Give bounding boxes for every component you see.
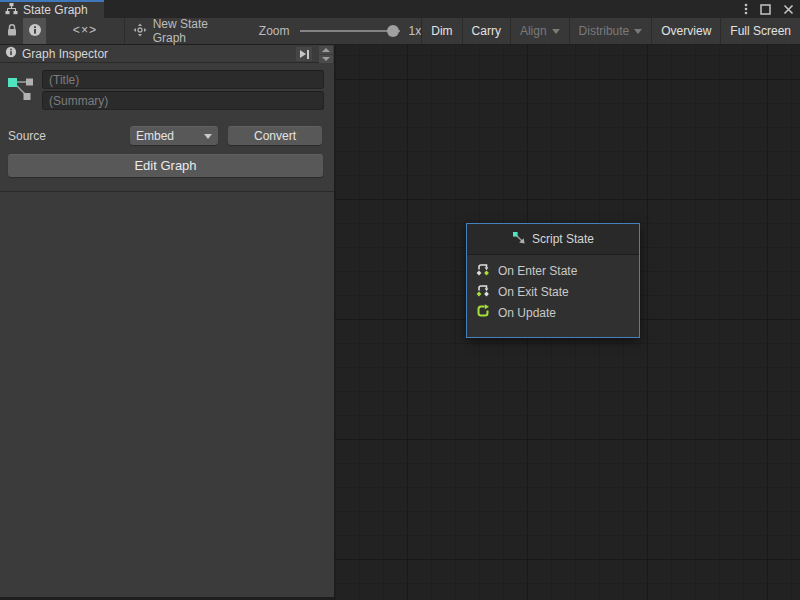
script-graph-icon — [512, 231, 526, 248]
new-state-graph-button[interactable]: New State Graph — [125, 18, 253, 44]
distribute-label: Distribute — [579, 24, 630, 38]
carry-button[interactable]: Carry — [462, 18, 510, 44]
graph-canvas[interactable]: Script State On Enter State — [335, 45, 800, 600]
zoom-value: 1x — [409, 24, 422, 38]
new-state-graph-label: New State Graph — [153, 17, 241, 45]
tab-label: State Graph — [23, 3, 88, 17]
source-dropdown[interactable]: Embed — [130, 126, 218, 145]
zoom-label: Zoom — [259, 24, 290, 38]
convert-button[interactable]: Convert — [228, 126, 322, 145]
inspector-divider — [0, 191, 334, 192]
graph-inspector-panel: Graph Inspector Source Embed — [0, 45, 335, 600]
event-row: On Enter State — [475, 260, 631, 281]
tab-state-graph[interactable]: State Graph — [0, 0, 104, 18]
align-label: Align — [520, 24, 547, 38]
code-icon: <×> — [73, 24, 98, 38]
on-exit-state-icon — [475, 282, 491, 301]
title-input[interactable] — [42, 70, 324, 89]
graph-meta-section — [0, 63, 334, 110]
panel-spinner — [319, 45, 333, 63]
dim-button[interactable]: Dim — [421, 18, 461, 44]
state-graph-icon — [5, 2, 18, 18]
code-preview-button[interactable]: <×> — [46, 18, 123, 44]
source-dropdown-value: Embed — [136, 129, 174, 143]
script-state-node-header: Script State — [467, 224, 639, 255]
chevron-down-icon — [634, 29, 642, 34]
state-graph-asset-icon — [6, 73, 36, 106]
event-row: On Update — [475, 302, 631, 323]
event-row: On Exit State — [475, 281, 631, 302]
on-enter-state-icon — [475, 261, 491, 280]
triangle-up-icon — [322, 48, 330, 52]
overview-button[interactable]: Overview — [651, 18, 720, 44]
distribute-button[interactable]: Distribute — [569, 18, 652, 44]
carry-label: Carry — [472, 24, 501, 38]
zoom-slider-handle[interactable] — [387, 25, 399, 37]
triangle-down-icon — [322, 57, 330, 61]
chevron-down-icon — [552, 29, 560, 34]
graph-inspector-title: Graph Inspector — [22, 47, 108, 61]
inspector-toggle-button[interactable] — [23, 18, 46, 44]
event-label: On Exit State — [498, 285, 569, 299]
summary-input[interactable] — [42, 91, 324, 110]
overview-label: Overview — [661, 24, 711, 38]
full-screen-button[interactable]: Full Screen — [720, 18, 800, 44]
chevron-down-icon — [204, 134, 212, 139]
graph-toolbar: <×> New State Graph Zoom 1x Dim Carry Al… — [0, 18, 800, 45]
lock-icon — [6, 23, 18, 40]
node-title: Script State — [532, 232, 594, 246]
full-screen-label: Full Screen — [730, 24, 791, 38]
event-label: On Update — [498, 306, 556, 320]
graph-inspector-header: Graph Inspector — [0, 45, 334, 63]
dock-panel-button[interactable] — [296, 47, 312, 61]
dock-icon — [300, 50, 306, 58]
info-icon — [28, 23, 42, 40]
align-button[interactable]: Align — [510, 18, 569, 44]
script-state-node[interactable]: Script State On Enter State — [466, 223, 640, 338]
kebab-menu-icon[interactable] — [744, 3, 748, 15]
zoom-control: Zoom 1x — [259, 18, 421, 44]
maximize-icon[interactable] — [760, 4, 771, 15]
source-label: Source — [8, 129, 130, 143]
on-update-icon — [475, 303, 491, 322]
edit-graph-button[interactable]: Edit Graph — [8, 154, 323, 177]
event-label: On Enter State — [498, 264, 577, 278]
script-state-node-body: On Enter State On Exit State — [467, 255, 639, 323]
titlebar: State Graph — [0, 0, 800, 18]
spinner-up-button[interactable] — [319, 46, 333, 54]
zoom-slider[interactable] — [300, 30, 400, 32]
spinner-down-button[interactable] — [319, 55, 333, 63]
dim-label: Dim — [431, 24, 452, 38]
lock-button[interactable] — [0, 18, 23, 44]
source-row: Source Embed Convert — [8, 126, 322, 145]
move-icon — [133, 23, 147, 40]
window-controls — [744, 0, 794, 18]
info-icon — [5, 46, 17, 61]
close-icon[interactable] — [783, 4, 794, 15]
